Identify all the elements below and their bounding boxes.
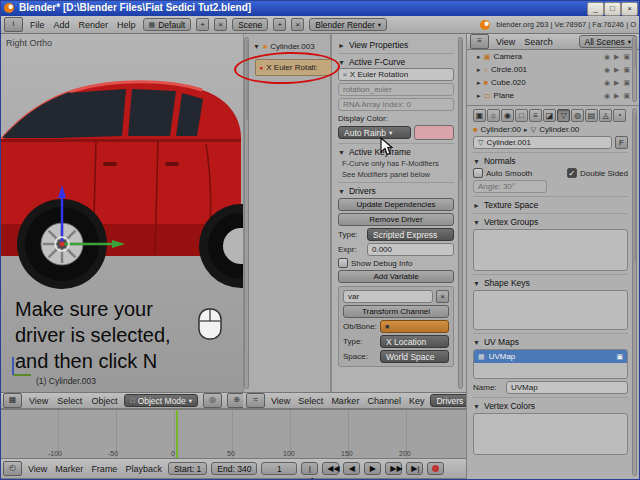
viewport-menu-object[interactable]: Object [89,396,119,406]
outliner-menu-view[interactable]: View [494,37,517,47]
shape-keys-list[interactable] [473,290,628,330]
panel-texture-space[interactable]: ► Texture Space [473,196,628,210]
renderability-icon[interactable]: ▣ [623,66,630,74]
panel-normals[interactable]: ▼ Normals [473,152,628,166]
selectability-icon[interactable]: ▶ [614,66,619,74]
current-frame-field[interactable]: 1 [261,462,297,475]
delete-variable-button[interactable]: × [436,290,449,303]
breadcrumb-object[interactable]: Cylinder:00 [481,125,521,134]
graph-channel-list[interactable]: ▼ ■ Cylinder.003 ● X Euler Rotati: [243,34,331,392]
outliner-scrollbar[interactable] [632,36,637,102]
variable-type-dropdown[interactable]: Transform Channel [343,305,449,318]
visibility-icon[interactable]: ◉ [604,66,610,74]
render-camera-icon[interactable]: ▣ [616,353,623,361]
sidebar-scrollbar[interactable] [458,37,463,389]
timeline-menu-marker[interactable]: Marker [53,464,85,474]
tab-world[interactable]: ◉ [501,109,514,122]
graph-menu-select[interactable]: Select [296,396,325,406]
selectability-icon[interactable]: ▶ [614,92,619,100]
double-sided-checkbox[interactable]: ✓ [567,168,577,178]
tab-constraints[interactable]: ≡ [529,109,542,122]
active-channel-field[interactable]: ≈ X Euler Rotation [338,68,454,81]
channel-type-dropdown[interactable]: X Location [380,335,449,348]
properties-editor[interactable]: ▣ ☼ ◉ □ ≡ ◪ ▽ ◍ ▤ ◬ ◔ ■ Cylinder:00 ▸ ▽ … [466,105,640,480]
channel-scrollbar[interactable] [244,37,249,389]
play-reverse-button[interactable]: ◀ [343,462,360,475]
outliner-display-selector[interactable]: All Scenes ▾ [579,35,637,48]
jump-to-start-button[interactable]: |◀ [301,462,318,475]
curve-color-swatch[interactable] [414,125,454,140]
frame-start-field[interactable]: Start: 1 [168,462,207,475]
editor-type-info-icon[interactable]: i [4,17,23,32]
next-keyframe-button[interactable]: ▶▶ [385,462,402,475]
update-dependencies-button[interactable]: Update Dependencies [338,198,454,211]
renderability-icon[interactable]: ▣ [623,53,630,61]
object-field[interactable]: ■ [380,320,449,333]
outliner[interactable]: ≡ View Search All Scenes ▾ ▸ ▣ Camera ◉▶… [466,34,640,105]
scrollbar-thumb[interactable] [460,40,462,180]
expander-icon[interactable]: ▸ [477,53,481,61]
properties-scrollbar[interactable] [632,108,637,476]
expander-icon[interactable]: ▸ [477,66,481,74]
outliner-item-camera[interactable]: ▸ ▣ Camera ◉▶▣ [467,50,640,63]
tab-modifiers[interactable]: ◪ [543,109,556,122]
current-frame-indicator[interactable] [176,410,178,458]
minimize-button[interactable]: _ [587,2,604,16]
fake-user-button[interactable]: F [615,136,628,149]
selectability-icon[interactable]: ▶ [614,79,619,87]
scrollbar-thumb[interactable] [634,39,636,69]
add-scene-button[interactable]: + [273,18,286,31]
menu-render[interactable]: Render [77,20,111,30]
panel-uv-maps[interactable]: ▼ UV Maps [473,333,628,347]
panel-view-properties[interactable]: ► View Properties [338,39,454,50]
variable-name-field[interactable]: var [343,290,433,303]
auto-smooth-checkbox[interactable] [473,168,483,178]
visibility-icon[interactable]: ◉ [604,79,610,87]
viewport-menu-view[interactable]: View [27,396,50,406]
tab-physics[interactable]: ◔ [613,109,626,122]
delete-layout-button[interactable]: × [214,18,227,31]
jump-to-end-button[interactable]: ▶| [406,462,423,475]
space-dropdown[interactable]: World Space [380,350,449,363]
add-layout-button[interactable]: + [196,18,209,31]
viewport-menu-select[interactable]: Select [55,396,84,406]
tab-texture[interactable]: ▤ [585,109,598,122]
selectability-icon[interactable]: ▶ [614,53,619,61]
tab-material[interactable]: ◍ [571,109,584,122]
graph-menu-key[interactable]: Key [407,396,427,406]
datablock-name-field[interactable]: ▽ Cylinder.001 [473,136,612,149]
driver-type-dropdown[interactable]: Scripted Express [367,228,454,241]
breadcrumb-data[interactable]: Cylinder.00 [539,125,579,134]
previous-keyframe-button[interactable]: ◀◀ [322,462,339,475]
timeline[interactable]: -100 -50 0 50 100 150 200 [0,409,466,458]
delete-scene-button[interactable]: × [291,18,304,31]
outliner-item-circle[interactable]: ▸ ○ Circle.001 ◉▶▣ [467,63,640,76]
record-button[interactable] [427,462,444,475]
panel-vertex-groups[interactable]: ▼ Vertex Groups [473,213,628,227]
outliner-item-cube[interactable]: ▸ ■ Cube.020 ◉▶▣ [467,76,640,89]
mode-selector[interactable]: □ Object Mode ▾ [124,394,198,407]
uv-name-field[interactable]: UVMap [506,381,628,394]
panel-active-keyframe[interactable]: ▼ Active Keyframe [338,143,454,157]
expander-icon[interactable]: ▼ [253,43,260,50]
color-mode-dropdown[interactable]: Auto Rainb ▾ [338,126,411,139]
play-button[interactable]: ▶ [364,462,381,475]
frame-end-field[interactable]: End: 340 [211,462,257,475]
expression-field[interactable]: 0.000 [367,243,454,256]
outliner-item-plane[interactable]: ▸ ▭ Plane ◉▶▣ [467,89,640,102]
show-debug-checkbox[interactable] [338,258,348,268]
timeline-menu-playback[interactable]: Playback [123,464,164,474]
editor-type-3dview-icon[interactable]: ▦ [3,393,22,408]
graph-menu-marker[interactable]: Marker [329,396,361,406]
graph-menu-view[interactable]: View [269,396,292,406]
tab-particles[interactable]: ◬ [599,109,612,122]
pivot-point-icon[interactable]: ◎ [203,393,222,408]
tab-render[interactable]: ▣ [473,109,486,122]
add-variable-button[interactable]: Add Variable [338,270,454,283]
viewport-3d[interactable]: Right Ortho Make [0,34,243,392]
panel-shape-keys[interactable]: ▼ Shape Keys [473,274,628,288]
menu-file[interactable]: File [28,20,47,30]
timeline-menu-view[interactable]: View [26,464,49,474]
uv-map-item[interactable]: ▦ UVMap ▣ [474,350,627,363]
graph-menu-channel[interactable]: Channel [365,396,403,406]
